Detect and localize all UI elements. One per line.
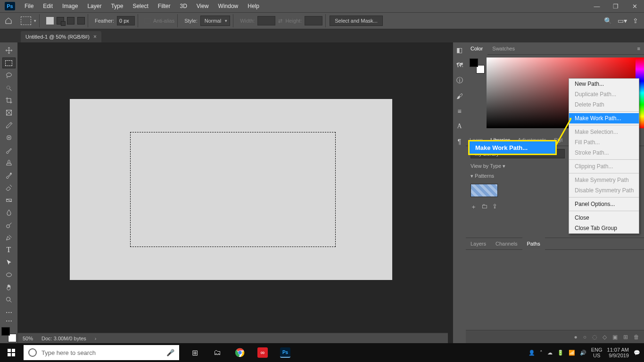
type-tool-icon[interactable]: T [2, 245, 16, 255]
menu-layer[interactable]: Layer [83, 0, 106, 12]
blur-tool-icon[interactable] [2, 207, 16, 218]
selection-add-icon[interactable] [57, 17, 64, 25]
brush-tool-icon[interactable] [2, 145, 16, 156]
healing-brush-tool-icon[interactable] [2, 132, 16, 143]
menu-file[interactable]: File [20, 0, 38, 12]
history-brush-tool-icon[interactable] [2, 170, 16, 181]
pattern-swatch[interactable] [471, 184, 498, 197]
feather-input[interactable] [117, 16, 135, 25]
fill-path-icon[interactable]: ● [574, 334, 578, 340]
task-view-icon[interactable]: ⊞ [185, 343, 205, 362]
ellipse-tool-icon[interactable] [2, 270, 16, 280]
hand-tool-icon[interactable] [2, 282, 16, 293]
selection-intersect-icon[interactable] [77, 17, 85, 25]
zoom-tool-icon[interactable] [2, 295, 16, 305]
menu-type[interactable]: Type [106, 0, 128, 12]
file-explorer-icon[interactable]: 🗂 [207, 343, 227, 362]
tab-paths[interactable]: Paths [522, 238, 545, 250]
ctx-new-path[interactable]: New Path... [569, 79, 639, 89]
share-icon[interactable]: ⇪ [633, 17, 638, 25]
upload-icon[interactable]: ⇪ [492, 203, 497, 211]
menu-image[interactable]: Image [58, 0, 83, 12]
home-button[interactable] [3, 15, 14, 26]
search-icon[interactable]: 🔍 [604, 17, 612, 25]
more-tools-icon[interactable]: ⋯ [2, 307, 16, 318]
dodge-tool-icon[interactable] [2, 220, 16, 230]
creative-cloud-icon[interactable]: ∞ [253, 343, 272, 362]
panel-icon[interactable]: ≡ [457, 107, 461, 115]
stroke-path-icon[interactable]: ○ [583, 334, 586, 340]
menu-window[interactable]: Window [214, 0, 243, 12]
tab-color[interactable]: Color [466, 42, 487, 55]
select-and-mask-button[interactable]: Select and Mask... [330, 16, 383, 26]
chrome-icon[interactable] [230, 343, 250, 362]
menu-edit[interactable]: Edit [38, 0, 58, 12]
onedrive-icon[interactable]: ☁ [547, 350, 553, 356]
panel-icon[interactable]: 🗺 [456, 61, 463, 69]
ctx-panel-options[interactable]: Panel Options... [569, 199, 639, 209]
rect-marquee-tool-icon[interactable] [2, 58, 16, 68]
ctx-make-work-path[interactable]: Make Work Path... [569, 113, 639, 123]
move-tool-icon[interactable] [2, 45, 16, 56]
close-tab-icon[interactable]: × [93, 33, 97, 40]
document-canvas[interactable] [70, 99, 392, 280]
zoom-level[interactable]: 50% [23, 336, 33, 341]
workspace-switcher-icon[interactable]: ▭▾ [618, 17, 627, 25]
crop-tool-icon[interactable] [2, 95, 16, 106]
panel-menu-icon[interactable]: ≡ [634, 46, 644, 51]
fg-bg-color-swatch[interactable] [470, 58, 485, 74]
new-path-icon[interactable]: ⊞ [623, 334, 628, 340]
tray-chevron-icon[interactable]: ˄ [540, 350, 543, 356]
close-window-button[interactable]: ✕ [625, 0, 644, 12]
notifications-icon[interactable]: 💬 [634, 350, 640, 356]
panel-icon[interactable]: A [457, 123, 462, 130]
gradient-tool-icon[interactable] [2, 195, 16, 205]
add-asset-icon[interactable]: ＋ [471, 203, 477, 211]
maximize-button[interactable]: ❐ [606, 0, 625, 12]
marquee-shape-selector[interactable] [21, 16, 31, 25]
wifi-icon[interactable]: 📶 [569, 350, 575, 356]
folder-icon[interactable]: 🗀 [481, 203, 487, 211]
clone-stamp-tool-icon[interactable] [2, 157, 16, 168]
doc-info[interactable]: Doc: 3.00M/0 bytes [41, 336, 86, 341]
style-dropdown[interactable]: Normal [200, 16, 230, 26]
panel-icon[interactable]: ◧ [456, 46, 462, 54]
tab-swatches[interactable]: Swatches [487, 42, 520, 55]
people-icon[interactable]: 👤 [528, 350, 535, 356]
start-button[interactable] [0, 343, 23, 362]
mic-icon[interactable]: 🎤 [166, 349, 174, 356]
minimize-button[interactable]: — [587, 0, 606, 12]
ctx-close[interactable]: Close [569, 213, 639, 223]
status-chevron-icon[interactable]: › [95, 336, 97, 341]
tab-channels[interactable]: Channels [491, 238, 522, 250]
menu-3d[interactable]: 3D [175, 0, 191, 12]
panel-icon[interactable]: 🖌 [456, 92, 463, 100]
panel-icon[interactable]: ⓘ [456, 76, 463, 85]
edit-toolbar-icon[interactable]: ⋯ [2, 320, 16, 322]
quick-select-tool-icon[interactable] [2, 82, 16, 93]
menu-select[interactable]: Select [128, 0, 153, 12]
volume-icon[interactable]: 🔊 [580, 350, 586, 356]
selection-to-path-icon[interactable]: ◇ [603, 334, 607, 340]
delete-path-icon[interactable]: 🗑 [634, 334, 639, 340]
clock[interactable]: 11:07 AM9/9/2019 [607, 347, 629, 358]
menu-filter[interactable]: Filter [153, 0, 175, 12]
ctx-close-tab-group[interactable]: Close Tab Group [569, 223, 639, 233]
fg-bg-swatch[interactable] [0, 326, 17, 343]
taskbar-search[interactable]: Type here to search 🎤 [24, 345, 179, 360]
eraser-tool-icon[interactable] [2, 182, 16, 193]
battery-icon[interactable]: 🔋 [557, 350, 564, 356]
canvas-area[interactable] [18, 42, 453, 343]
menu-help[interactable]: Help [243, 0, 264, 12]
photoshop-taskbar-icon[interactable]: Ps [275, 343, 295, 362]
tab-layers[interactable]: Layers [466, 238, 491, 250]
eyedropper-tool-icon[interactable] [2, 120, 16, 131]
language-indicator[interactable]: ENGUS [591, 347, 603, 358]
add-mask-icon[interactable]: ▣ [612, 334, 618, 340]
document-tab[interactable]: Untitled-1 @ 50% (RGB/8#) × [21, 31, 101, 42]
selection-new-icon[interactable] [46, 17, 54, 25]
selection-subtract-icon[interactable] [67, 17, 74, 25]
menu-view[interactable]: View [192, 0, 214, 12]
path-select-tool-icon[interactable] [2, 257, 16, 268]
lasso-tool-icon[interactable] [2, 70, 16, 81]
